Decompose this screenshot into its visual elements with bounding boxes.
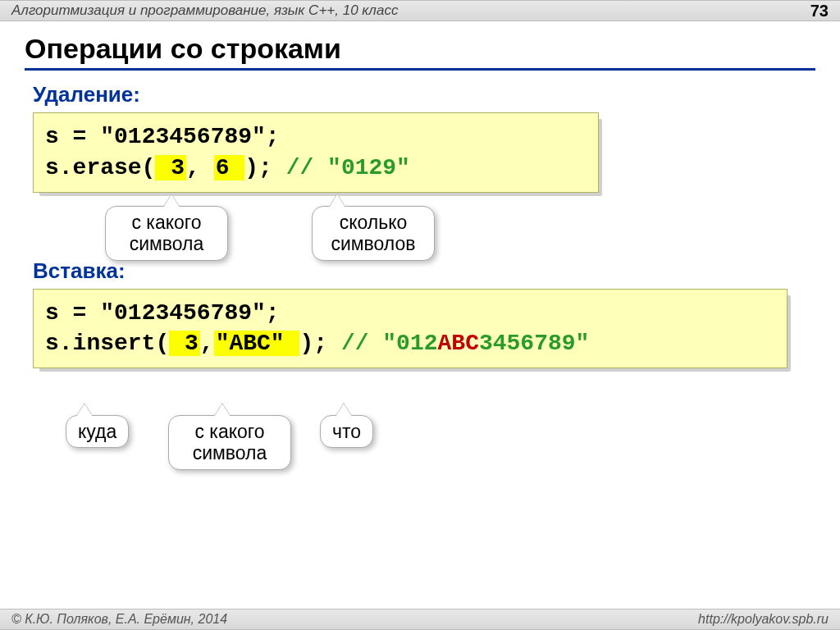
- code2-line1: s = "0123456789";: [45, 298, 775, 329]
- highlight-arg2: "ABC": [214, 331, 300, 356]
- slide-content: Операции со строками Удаление: s = "0123…: [0, 21, 840, 368]
- callout-text: сколько символов: [331, 212, 415, 254]
- callout-from-which-char: с какого символа: [105, 206, 228, 261]
- code-text: s =: [45, 300, 100, 326]
- code-comment: // "012ABC3456789": [341, 331, 589, 356]
- comment-part: 3456789": [479, 331, 589, 356]
- codebox1: s = "0123456789"; s.erase( 3, 6 ); // "0…: [33, 112, 599, 193]
- callout-text: с какого символа: [193, 421, 267, 463]
- string-literal: "0123456789": [100, 124, 266, 149]
- codebox2: s = "0123456789"; s.insert( 3,"ABC" ); /…: [33, 289, 788, 369]
- callout-from-which-char2: с какого символа: [168, 415, 291, 470]
- section1-label: Удаление:: [33, 82, 815, 107]
- codebox2-wrap: s = "0123456789"; s.insert( 3,"ABC" ); /…: [33, 289, 788, 369]
- comment-red: ABC: [438, 331, 479, 356]
- string-literal: "0123456789": [100, 300, 266, 326]
- codebox1-wrap: s = "0123456789"; s.erase( 3, 6 ); // "0…: [33, 112, 599, 193]
- code-text: s.erase(: [45, 155, 155, 180]
- code-text: s =: [45, 124, 100, 149]
- code-text: );: [299, 331, 340, 356]
- footer-right: http://kpolyakov.spb.ru: [698, 612, 829, 627]
- page-number: 73: [810, 2, 829, 21]
- code-comment: // "0129": [286, 155, 410, 180]
- highlight-arg1: 3: [155, 155, 186, 180]
- code-text: s.insert(: [45, 331, 169, 356]
- footer-bar: © К.Ю. Поляков, Е.А. Ерёмин, 2014 http:/…: [0, 609, 840, 630]
- header-bar: Алгоритмизация и программирование, язык …: [0, 0, 840, 21]
- callout-text: что: [332, 421, 361, 442]
- callout-text: с какого символа: [130, 212, 204, 254]
- code1-line2: s.erase( 3, 6 ); // "0129": [45, 153, 587, 184]
- code2-line2: s.insert( 3,"ABC" ); // "012ABC3456789": [45, 328, 775, 359]
- callout-what: что: [320, 415, 373, 448]
- footer-left: © К.Ю. Поляков, Е.А. Ерёмин, 2014: [11, 612, 227, 627]
- code-text: ,: [186, 155, 214, 180]
- code-text: ,: [200, 331, 214, 356]
- subject-title: Алгоритмизация и программирование, язык …: [11, 2, 398, 19]
- callout-text: куда: [78, 421, 116, 442]
- section2-label: Вставка:: [33, 258, 815, 284]
- code-text: ;: [266, 300, 280, 326]
- page-title: Операции со строками: [25, 33, 815, 71]
- highlight-arg2: 6: [214, 155, 245, 180]
- code-text: );: [244, 155, 285, 180]
- code-text: ;: [266, 124, 280, 149]
- code1-line1: s = "0123456789";: [45, 121, 587, 153]
- comment-part: // "012: [341, 331, 438, 356]
- callout-where: куда: [66, 415, 129, 448]
- highlight-arg1: 3: [169, 331, 200, 356]
- callout-how-many-chars: сколько символов: [312, 206, 435, 261]
